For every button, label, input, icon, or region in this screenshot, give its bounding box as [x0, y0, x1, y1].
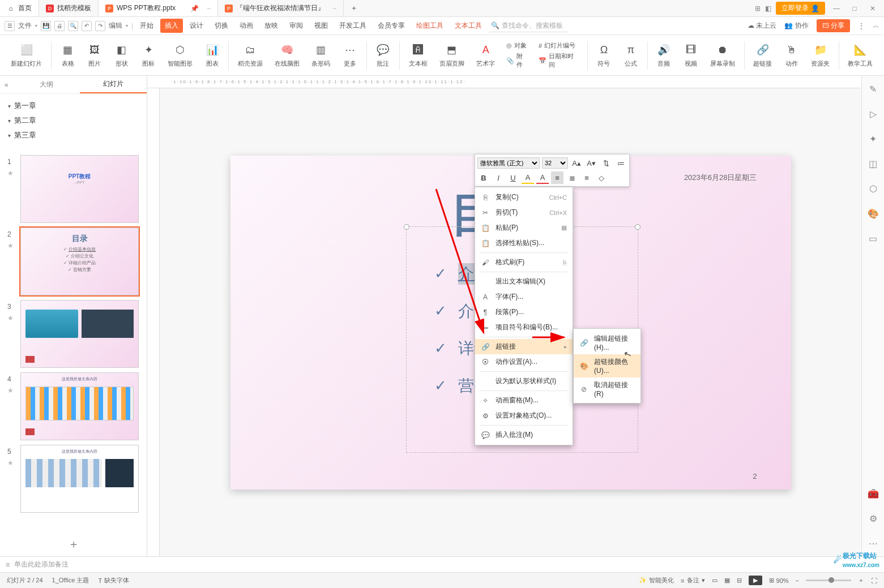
tab-templates[interactable]: D找稻壳模板: [39, 0, 99, 16]
ctx-exit-text[interactable]: 退出文本编辑(X): [475, 274, 573, 289]
maximize-button[interactable]: □: [848, 5, 861, 12]
notes-button[interactable]: ≡备注 ▾: [681, 576, 704, 585]
ribbon-attach[interactable]: 📎附件: [506, 52, 528, 69]
zoom-label[interactable]: ⊞ 90%: [769, 577, 789, 584]
preview-icon[interactable]: 🔍: [68, 21, 78, 31]
paste-options-icon[interactable]: ▦: [561, 224, 567, 231]
ribbon-hyperlink[interactable]: 🔗超链接: [748, 42, 778, 68]
chevron-down-icon[interactable]: ▾: [35, 23, 37, 28]
thumbnail-2[interactable]: 2★ 目录 ✓ 介绍基本信息✓ 介绍公文化✓ 详细介绍产品✓ 营销方案: [20, 228, 139, 295]
zoom-out-icon[interactable]: −: [796, 577, 799, 584]
ribbon-textbox[interactable]: 🅰文本框: [403, 42, 433, 68]
view-normal-icon[interactable]: ▭: [712, 577, 718, 584]
pin-icon[interactable]: 📌: [190, 5, 199, 12]
align-right-icon[interactable]: ≡: [580, 171, 593, 184]
menu-animation[interactable]: 动画: [235, 19, 258, 33]
command-search[interactable]: 🔍查找命令、搜索模板: [489, 20, 568, 32]
ribbon-barcode[interactable]: ▥条形码: [306, 42, 336, 68]
fit-icon[interactable]: ⛶: [871, 577, 877, 584]
align-center-icon[interactable]: ≣: [566, 171, 578, 184]
bullets-icon[interactable]: ≔: [614, 157, 627, 169]
file-menu[interactable]: 文件: [18, 21, 32, 31]
ribbon-object[interactable]: ◎对象: [506, 41, 528, 50]
ribbon-templates[interactable]: 🗂稻壳资源: [232, 42, 268, 68]
tab-slides[interactable]: 幻灯片: [80, 76, 147, 93]
tab-home[interactable]: ⌂首页: [0, 0, 39, 16]
ctx-paragraph[interactable]: ¶段落(P)...: [475, 304, 573, 320]
ribbon-image[interactable]: 🖼图片: [82, 42, 107, 68]
menu-icon[interactable]: ☰: [5, 21, 15, 31]
ctx-bullets[interactable]: ≔项目符号和编号(B)...: [475, 320, 573, 335]
align-left-icon[interactable]: ≡: [551, 171, 563, 184]
undo-icon[interactable]: ↶: [82, 21, 92, 31]
tab-outline[interactable]: 大纲: [13, 76, 80, 93]
ribbon-slidenum[interactable]: #幻灯片编号: [539, 41, 579, 50]
ctx-format-painter[interactable]: 🖌格式刷(F)⎘: [475, 255, 573, 270]
collapse-ribbon-icon[interactable]: ︿: [873, 21, 879, 31]
tab-current-doc[interactable]: PWPS PPT教程.pptx📌−: [99, 0, 218, 16]
notes-placeholder[interactable]: 单击此处添加备注: [14, 560, 69, 569]
notes-bar[interactable]: ≡ 单击此处添加备注: [0, 556, 884, 572]
ribbon-more[interactable]: ⋯更多: [337, 42, 362, 68]
zoom-in-icon[interactable]: ＋: [858, 576, 864, 585]
app-icon[interactable]: ◧: [765, 5, 771, 12]
menu-insert[interactable]: 插入: [160, 19, 183, 33]
vtb-design-icon[interactable]: ✎: [867, 83, 879, 95]
collab-button[interactable]: 👥 协作: [784, 21, 808, 31]
close-tab-icon[interactable]: −: [207, 5, 211, 12]
zoom-slider[interactable]: [806, 580, 851, 581]
chapter-2[interactable]: 第二章: [8, 113, 139, 128]
vtb-style-icon[interactable]: 🎨: [867, 207, 879, 220]
vtb-present-icon[interactable]: ▭: [867, 232, 879, 244]
italic-icon[interactable]: I: [492, 171, 505, 184]
edit-menu[interactable]: 编辑: [109, 21, 122, 31]
thumbnail-3[interactable]: 3★: [20, 300, 139, 368]
ribbon-datetime[interactable]: 📅日期和时间: [539, 52, 579, 69]
ctx-anim-pane[interactable]: ✧动画窗格(M)...: [475, 393, 573, 408]
sub-remove-hyperlink[interactable]: ⊘取消超链接(R): [574, 377, 640, 401]
cloud-status[interactable]: ☁ 未上云: [748, 21, 776, 31]
ribbon-record[interactable]: ⏺屏幕录制: [705, 42, 741, 68]
menu-drawtools[interactable]: 绘图工具: [412, 19, 448, 33]
view-reading-icon[interactable]: ⊟: [737, 577, 742, 584]
minimize-button[interactable]: —: [830, 5, 843, 12]
ribbon-mindmap[interactable]: 🧠在线脑图: [270, 42, 305, 68]
login-button[interactable]: 立即登录👤: [776, 2, 825, 15]
ctx-font[interactable]: A字体(F)...: [475, 289, 573, 304]
close-tab-icon[interactable]: −: [332, 5, 336, 12]
layout-icon[interactable]: ⊞: [755, 5, 761, 12]
vtb-star-icon[interactable]: ✦: [867, 132, 879, 145]
thumbnail-5[interactable]: 5★ 这是我所做支表内容: [20, 445, 139, 513]
ribbon-equation[interactable]: π公式: [618, 42, 643, 68]
menu-texttools[interactable]: 文本工具: [450, 19, 486, 33]
vtb-anim-icon[interactable]: ▷: [867, 108, 879, 120]
vtb-more-icon[interactable]: ⋯: [867, 537, 879, 550]
settings-icon[interactable]: ⋮: [858, 22, 865, 30]
tab-other-doc[interactable]: P『端午狂欢祝福浓情满节日』−: [218, 0, 344, 16]
missing-font-button[interactable]: T缺失字体: [98, 576, 129, 585]
add-slide-button[interactable]: ＋: [0, 532, 147, 556]
ctx-hyperlink[interactable]: 🔗超链接▸: [475, 339, 573, 354]
ribbon-header[interactable]: ⬒页眉页脚: [434, 42, 469, 68]
ribbon-smartart[interactable]: ⬡智能图形: [163, 42, 198, 68]
menu-transition[interactable]: 切换: [210, 19, 233, 33]
ctx-default-shape[interactable]: 设为默认形状样式(I): [475, 374, 573, 389]
view-sorter-icon[interactable]: ▦: [724, 577, 730, 584]
menu-dev[interactable]: 开发工具: [335, 19, 371, 33]
new-tab-button[interactable]: ＋: [344, 0, 364, 16]
ctx-paste[interactable]: 📋粘贴(P)▦: [475, 220, 573, 235]
ctx-insert-comment[interactable]: 💬插入批注(M): [475, 427, 573, 443]
share-button[interactable]: ⮹ 分享: [817, 19, 850, 32]
font-select[interactable]: 微软雅黑 (正文): [477, 157, 540, 169]
floating-text-toolbar[interactable]: 微软雅黑 (正文) 32 A▴ A▾ ⇅ ≔ B I U A A ≡ ≣ ≡ ◇: [475, 154, 630, 187]
vtb-tools-icon[interactable]: 🧰: [867, 487, 879, 500]
ribbon-table[interactable]: ▦表格: [55, 42, 80, 68]
ctx-cut[interactable]: ✂剪切(T)Ctrl+X: [475, 205, 573, 220]
highlight-icon[interactable]: A: [522, 171, 534, 184]
fontcolor-icon[interactable]: A: [536, 171, 549, 184]
underline-icon[interactable]: U: [507, 171, 519, 184]
menu-review[interactable]: 审阅: [285, 19, 308, 33]
ctx-object-format[interactable]: ⚙设置对象格式(O)...: [475, 408, 573, 423]
menu-slideshow[interactable]: 放映: [260, 19, 283, 33]
clear-format-icon[interactable]: ◇: [595, 171, 608, 184]
